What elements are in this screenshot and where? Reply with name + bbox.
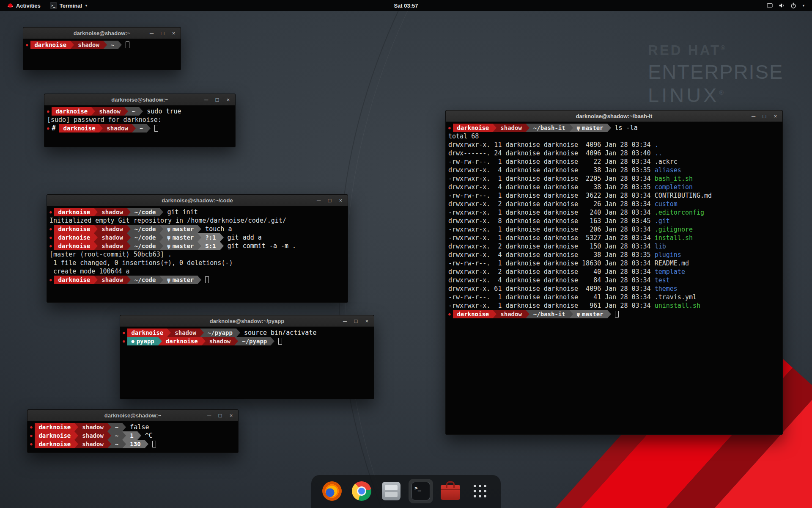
output-text: .git: [655, 217, 670, 225]
activities-button[interactable]: Activities: [3, 0, 45, 11]
terminal-content[interactable]: ●darknoiseshadow~: [23, 39, 181, 51]
powerline-arrow: [122, 423, 126, 431]
prompt-segment-u: darknoise: [54, 276, 94, 284]
window-titlebar[interactable]: darknoise@shadow:~/code─□×: [47, 195, 348, 206]
output-text: ..: [655, 149, 662, 157]
terminal-line: ●darknoiseshadow~1^C: [30, 431, 236, 440]
window-titlebar[interactable]: darknoise@shadow:~─□×: [44, 94, 235, 105]
terminal-content[interactable]: ●darknoiseshadow~false●darknoiseshadow~1…: [27, 421, 238, 450]
minimize-button[interactable]: ─: [203, 97, 209, 103]
dock-item-toolbox[interactable]: [438, 479, 463, 503]
prompt-segment-u: darknoise: [54, 233, 94, 242]
powerline-arrow: [493, 124, 497, 132]
powerline-arrow: [159, 208, 163, 216]
powerline-arrow: [200, 329, 204, 337]
terminal-content[interactable]: ●darknoiseshadow~/codegit initInitialize…: [47, 206, 348, 286]
redhat-prompt-icon: ●: [30, 423, 32, 431]
chevron-down-icon: ▼: [802, 4, 805, 8]
prompt-segment-u: darknoise: [54, 242, 94, 250]
terminal-content[interactable]: ●darknoiseshadow~/bash-itψmasterls -lato…: [446, 122, 782, 320]
close-button[interactable]: ×: [338, 197, 343, 204]
window-titlebar[interactable]: darknoise@shadow:~─□×: [23, 28, 181, 39]
terminal-line: ●darknoiseshadow~false: [30, 423, 236, 431]
minimize-button[interactable]: ─: [206, 412, 212, 419]
powerline-arrow: [91, 107, 95, 116]
output-text: -rw-rw-r--. 1 darknoise darknoise 41 Jan…: [448, 293, 655, 301]
output-text: -rw-rw-r--. 1 darknoise darknoise 18630 …: [448, 260, 655, 267]
terminal-content[interactable]: ●darknoiseshadow~/pyappsource bin/activa…: [120, 327, 374, 347]
terminal-line: drwxrwxr-x. 4 darknoise darknoise 38 Jan…: [448, 251, 780, 259]
prompt-segment-h: shadow: [98, 242, 127, 250]
prompt-segment-p: ~: [111, 423, 122, 431]
window-titlebar[interactable]: darknoise@shadow:~/pyapp─□×: [120, 315, 374, 327]
powerline-arrow: [202, 337, 206, 345]
prompt-segment-u: darknoise: [162, 337, 202, 345]
terminal-line: -rw-rw-r--. 1 darknoise darknoise 18630 …: [448, 259, 780, 268]
close-button[interactable]: ×: [225, 97, 231, 103]
redhat-prompt-icon: ●: [123, 329, 125, 337]
display-icon: [766, 2, 773, 9]
terminal-line: drwxrwxr-x. 2 darknoise darknoise 26 Jan…: [448, 200, 780, 208]
minimize-button[interactable]: ─: [342, 318, 348, 324]
powerline-arrow: [74, 423, 78, 431]
command-text: ls -la: [611, 124, 638, 132]
powerline-arrow: [122, 431, 126, 440]
branch-icon: ψ: [167, 226, 170, 232]
prompt-segment-h: shadow: [497, 310, 526, 318]
prompt-segment-h: shadow: [171, 329, 200, 337]
terminal-line: -rw-rw-r--. 1 darknoise darknoise 3622 J…: [448, 191, 780, 200]
powerline-arrow: [107, 440, 111, 448]
terminal-window-w5: darknoise@shadow:~─□×●darknoiseshadow~fa…: [27, 409, 239, 453]
prompt-segment-u: darknoise: [54, 225, 94, 233]
close-button[interactable]: ×: [228, 412, 234, 419]
powerline-arrow: [159, 242, 163, 250]
window-titlebar[interactable]: darknoise@shadow:~─□×: [27, 410, 238, 421]
powerline-arrow: [122, 440, 126, 448]
terminal-line: Initialized empty Git repository in /hom…: [49, 216, 345, 225]
terminal-line: create mode 100644 a: [49, 267, 345, 276]
dock-item-chrome[interactable]: [349, 479, 374, 503]
output-text: .gitignore: [655, 226, 693, 233]
maximize-button[interactable]: □: [762, 113, 767, 119]
terminal-cursor: [278, 338, 282, 345]
brand-red-hat: RED HAT®: [648, 42, 783, 58]
terminal-line: ●darknoiseshadow~/codeψmaster: [49, 276, 345, 284]
dock-item-apps[interactable]: [468, 479, 492, 503]
clock[interactable]: Sat 03:57: [394, 3, 418, 9]
prompt-segment-p: ~: [136, 124, 147, 133]
close-button[interactable]: ×: [364, 318, 370, 324]
prompt-segment-s: S:1: [201, 242, 219, 250]
window-titlebar[interactable]: darknoise@shadow:~/bash-it─□×: [446, 110, 782, 122]
terminal-cursor: [205, 276, 209, 283]
output-text: .: [655, 141, 658, 149]
minimize-button[interactable]: ─: [751, 113, 756, 119]
system-status-area[interactable]: ▼: [763, 0, 809, 11]
close-button[interactable]: ×: [773, 113, 778, 119]
maximize-button[interactable]: □: [217, 412, 223, 419]
terminal-line: drwxrwxr-x. 4 darknoise darknoise 84 Jan…: [448, 276, 780, 284]
prompt-segment-p: ~: [111, 440, 122, 448]
maximize-button[interactable]: □: [353, 318, 359, 324]
maximize-button[interactable]: □: [327, 197, 332, 204]
minimize-button[interactable]: ─: [316, 197, 321, 204]
dock-item-terminal[interactable]: >_: [409, 479, 433, 503]
terminal-line: ●darknoiseshadow~130: [30, 440, 236, 448]
dock-item-firefox[interactable]: [320, 479, 344, 503]
minimize-button[interactable]: ─: [149, 30, 154, 36]
close-button[interactable]: ×: [171, 30, 176, 36]
prompt-segment-p: ~/code: [131, 208, 160, 216]
prompt-segment-p: ~/code: [131, 242, 160, 250]
app-menu-terminal[interactable]: >_ Terminal ▼: [45, 0, 93, 11]
maximize-button[interactable]: □: [214, 97, 220, 103]
prompt-segment-u: darknoise: [52, 107, 91, 116]
window-title: darknoise@shadow:~: [111, 97, 168, 103]
prompt-segment-e: 1: [126, 431, 137, 440]
powerline-arrow: [198, 242, 201, 250]
output-text: drwxrwxr-x. 11 darknoise darknoise 4096 …: [448, 141, 655, 149]
powerline-arrow: [607, 310, 611, 318]
terminal-content[interactable]: ●darknoiseshadow~sudo true[sudo] passwor…: [44, 105, 235, 134]
dock-item-files[interactable]: [379, 479, 403, 503]
maximize-button[interactable]: □: [160, 30, 165, 36]
output-text: -rwxrwxr-x. 1 darknoise darknoise 206 Ja…: [448, 226, 655, 233]
output-text: total 68: [448, 133, 479, 140]
